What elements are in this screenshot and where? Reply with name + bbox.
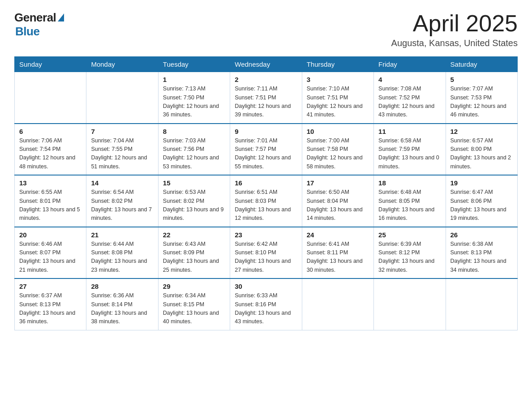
calendar-day-8: 8Sunrise: 7:03 AMSunset: 7:56 PMDaylight… bbox=[158, 124, 230, 176]
calendar-day-27: 27Sunrise: 6:37 AMSunset: 8:13 PMDayligh… bbox=[15, 278, 86, 330]
day-number: 18 bbox=[378, 179, 441, 187]
day-info: Sunrise: 7:13 AMSunset: 7:50 PMDaylight:… bbox=[163, 85, 225, 120]
day-number: 20 bbox=[19, 231, 82, 239]
day-info: Sunrise: 6:58 AMSunset: 7:59 PMDaylight:… bbox=[378, 137, 441, 171]
day-number: 28 bbox=[91, 283, 153, 290]
day-info: Sunrise: 7:00 AMSunset: 7:58 PMDaylight:… bbox=[307, 137, 369, 171]
day-number: 26 bbox=[450, 231, 513, 239]
day-info: Sunrise: 6:39 AMSunset: 8:12 PMDaylight:… bbox=[378, 240, 441, 275]
location-title: Augusta, Kansas, United States bbox=[391, 38, 518, 48]
calendar-day-19: 19Sunrise: 6:47 AMSunset: 8:06 PMDayligh… bbox=[446, 175, 517, 227]
day-number: 3 bbox=[307, 76, 369, 83]
day-info: Sunrise: 6:44 AMSunset: 8:08 PMDaylight:… bbox=[91, 240, 153, 275]
calendar-week-row: 20Sunrise: 6:46 AMSunset: 8:07 PMDayligh… bbox=[15, 227, 518, 279]
day-number: 4 bbox=[378, 76, 441, 83]
day-number: 10 bbox=[307, 128, 369, 135]
logo-general-text: General bbox=[14, 11, 56, 25]
page-header: General Blue April 2025 Augusta, Kansas,… bbox=[14, 11, 518, 48]
calendar-header-thursday: Thursday bbox=[302, 57, 373, 72]
day-number: 15 bbox=[163, 179, 225, 187]
day-number: 9 bbox=[235, 128, 297, 135]
calendar-header-monday: Monday bbox=[86, 57, 158, 72]
day-info: Sunrise: 6:53 AMSunset: 8:02 PMDaylight:… bbox=[163, 188, 225, 223]
day-number: 16 bbox=[235, 179, 297, 187]
day-number: 7 bbox=[91, 128, 153, 135]
calendar-header-sunday: Sunday bbox=[15, 57, 86, 72]
day-number: 29 bbox=[163, 283, 225, 290]
calendar-empty-cell bbox=[302, 278, 373, 330]
calendar-day-5: 5Sunrise: 7:07 AMSunset: 7:53 PMDaylight… bbox=[446, 72, 517, 124]
day-number: 12 bbox=[450, 128, 513, 135]
day-info: Sunrise: 6:37 AMSunset: 8:13 PMDaylight:… bbox=[19, 291, 82, 326]
day-number: 25 bbox=[378, 231, 441, 239]
calendar-header-saturday: Saturday bbox=[446, 57, 517, 72]
calendar-day-7: 7Sunrise: 7:04 AMSunset: 7:55 PMDaylight… bbox=[86, 124, 158, 176]
day-info: Sunrise: 7:04 AMSunset: 7:55 PMDaylight:… bbox=[91, 137, 153, 171]
day-number: 22 bbox=[163, 231, 225, 239]
day-number: 1 bbox=[163, 76, 225, 83]
logo: General Blue bbox=[14, 11, 64, 39]
day-info: Sunrise: 6:38 AMSunset: 8:13 PMDaylight:… bbox=[450, 240, 513, 275]
calendar-day-14: 14Sunrise: 6:54 AMSunset: 8:02 PMDayligh… bbox=[86, 175, 158, 227]
calendar-empty-cell bbox=[15, 72, 86, 124]
calendar-day-15: 15Sunrise: 6:53 AMSunset: 8:02 PMDayligh… bbox=[158, 175, 230, 227]
day-info: Sunrise: 6:47 AMSunset: 8:06 PMDaylight:… bbox=[450, 188, 513, 223]
day-info: Sunrise: 7:01 AMSunset: 7:57 PMDaylight:… bbox=[235, 137, 297, 171]
calendar-day-26: 26Sunrise: 6:38 AMSunset: 8:13 PMDayligh… bbox=[446, 227, 517, 279]
calendar-header-row: SundayMondayTuesdayWednesdayThursdayFrid… bbox=[15, 57, 518, 72]
calendar-day-29: 29Sunrise: 6:34 AMSunset: 8:15 PMDayligh… bbox=[158, 278, 230, 330]
day-info: Sunrise: 6:36 AMSunset: 8:14 PMDaylight:… bbox=[91, 291, 153, 326]
logo-blue-text: Blue bbox=[15, 25, 39, 39]
day-info: Sunrise: 7:08 AMSunset: 7:52 PMDaylight:… bbox=[378, 85, 441, 120]
day-info: Sunrise: 7:03 AMSunset: 7:56 PMDaylight:… bbox=[163, 137, 225, 171]
day-number: 30 bbox=[235, 283, 297, 290]
calendar-table: SundayMondayTuesdayWednesdayThursdayFrid… bbox=[14, 56, 518, 330]
calendar-day-22: 22Sunrise: 6:43 AMSunset: 8:09 PMDayligh… bbox=[158, 227, 230, 279]
calendar-day-12: 12Sunrise: 6:57 AMSunset: 8:00 PMDayligh… bbox=[446, 124, 517, 176]
calendar-week-row: 13Sunrise: 6:55 AMSunset: 8:01 PMDayligh… bbox=[15, 175, 518, 227]
calendar-day-4: 4Sunrise: 7:08 AMSunset: 7:52 PMDaylight… bbox=[374, 72, 446, 124]
day-number: 19 bbox=[450, 179, 513, 187]
day-info: Sunrise: 6:57 AMSunset: 8:00 PMDaylight:… bbox=[450, 137, 513, 171]
day-info: Sunrise: 7:06 AMSunset: 7:54 PMDaylight:… bbox=[19, 137, 82, 171]
calendar-day-30: 30Sunrise: 6:33 AMSunset: 8:16 PMDayligh… bbox=[230, 278, 302, 330]
calendar-day-2: 2Sunrise: 7:11 AMSunset: 7:51 PMDaylight… bbox=[230, 72, 302, 124]
calendar-empty-cell bbox=[374, 278, 446, 330]
calendar-day-16: 16Sunrise: 6:51 AMSunset: 8:03 PMDayligh… bbox=[230, 175, 302, 227]
day-info: Sunrise: 7:11 AMSunset: 7:51 PMDaylight:… bbox=[235, 85, 297, 120]
day-info: Sunrise: 6:42 AMSunset: 8:10 PMDaylight:… bbox=[235, 240, 297, 275]
calendar-header-wednesday: Wednesday bbox=[230, 57, 302, 72]
day-info: Sunrise: 6:51 AMSunset: 8:03 PMDaylight:… bbox=[235, 188, 297, 223]
calendar-day-25: 25Sunrise: 6:39 AMSunset: 8:12 PMDayligh… bbox=[374, 227, 446, 279]
day-number: 13 bbox=[19, 179, 82, 187]
calendar-day-17: 17Sunrise: 6:50 AMSunset: 8:04 PMDayligh… bbox=[302, 175, 373, 227]
day-info: Sunrise: 6:46 AMSunset: 8:07 PMDaylight:… bbox=[19, 240, 82, 275]
day-number: 11 bbox=[378, 128, 441, 135]
calendar-header-tuesday: Tuesday bbox=[158, 57, 230, 72]
calendar-day-1: 1Sunrise: 7:13 AMSunset: 7:50 PMDaylight… bbox=[158, 72, 230, 124]
calendar-empty-cell bbox=[446, 278, 517, 330]
calendar-week-row: 6Sunrise: 7:06 AMSunset: 7:54 PMDaylight… bbox=[15, 124, 518, 176]
title-block: April 2025 Augusta, Kansas, United State… bbox=[391, 11, 518, 48]
calendar-day-6: 6Sunrise: 7:06 AMSunset: 7:54 PMDaylight… bbox=[15, 124, 86, 176]
day-info: Sunrise: 7:07 AMSunset: 7:53 PMDaylight:… bbox=[450, 85, 513, 120]
calendar-day-20: 20Sunrise: 6:46 AMSunset: 8:07 PMDayligh… bbox=[15, 227, 86, 279]
day-info: Sunrise: 6:48 AMSunset: 8:05 PMDaylight:… bbox=[378, 188, 441, 223]
day-number: 24 bbox=[307, 231, 369, 239]
calendar-header-friday: Friday bbox=[374, 57, 446, 72]
calendar-week-row: 27Sunrise: 6:37 AMSunset: 8:13 PMDayligh… bbox=[15, 278, 518, 330]
calendar-day-18: 18Sunrise: 6:48 AMSunset: 8:05 PMDayligh… bbox=[374, 175, 446, 227]
calendar-day-24: 24Sunrise: 6:41 AMSunset: 8:11 PMDayligh… bbox=[302, 227, 373, 279]
day-info: Sunrise: 6:41 AMSunset: 8:11 PMDaylight:… bbox=[307, 240, 369, 275]
day-info: Sunrise: 7:10 AMSunset: 7:51 PMDaylight:… bbox=[307, 85, 369, 120]
calendar-empty-cell bbox=[86, 72, 158, 124]
calendar-day-10: 10Sunrise: 7:00 AMSunset: 7:58 PMDayligh… bbox=[302, 124, 373, 176]
logo-arrow-icon bbox=[58, 13, 64, 21]
day-info: Sunrise: 6:50 AMSunset: 8:04 PMDaylight:… bbox=[307, 188, 369, 223]
calendar-day-9: 9Sunrise: 7:01 AMSunset: 7:57 PMDaylight… bbox=[230, 124, 302, 176]
day-number: 5 bbox=[450, 76, 513, 83]
day-number: 8 bbox=[163, 128, 225, 135]
day-number: 6 bbox=[19, 128, 82, 135]
day-number: 21 bbox=[91, 231, 153, 239]
day-info: Sunrise: 6:34 AMSunset: 8:15 PMDaylight:… bbox=[163, 291, 225, 326]
